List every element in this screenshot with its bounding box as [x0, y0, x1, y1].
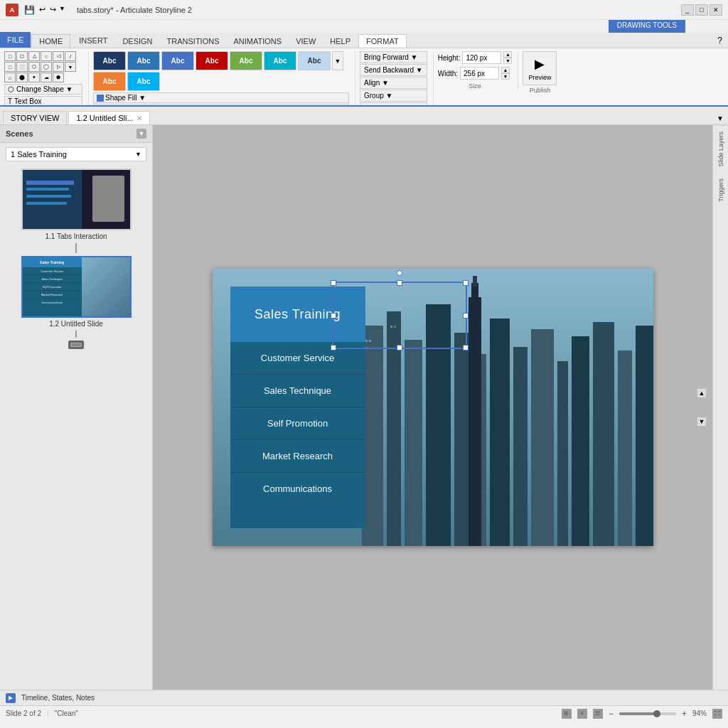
zoom-out-btn[interactable]: − — [609, 709, 614, 719]
svg-rect-20 — [365, 347, 368, 349]
triggers-tab[interactable]: Triggers — [716, 173, 726, 208]
slide-title: Sales Training — [255, 307, 341, 322]
send-backward-btn[interactable]: Send Backward ▼ — [360, 64, 427, 76]
height-spinner[interactable]: ▲ ▼ — [503, 51, 512, 64]
ss-btn-7[interactable]: Abc — [93, 72, 126, 91]
shape-scroll[interactable]: ▼ — [65, 62, 76, 72]
svg-rect-2 — [387, 311, 401, 546]
maximize-btn[interactable]: □ — [695, 4, 708, 16]
slide-item-2[interactable]: Sales Training Customer Service Sales Te… — [21, 256, 132, 328]
svg-rect-8 — [513, 347, 528, 546]
shape-icon-11[interactable]: ▷ — [53, 62, 64, 72]
slide-1-label: 1.1 Tabs Interaction — [45, 232, 107, 240]
svg-rect-14 — [636, 326, 653, 546]
ss-btn-2[interactable]: Abc — [161, 51, 194, 70]
shape-fill-btn[interactable]: Shape Fill ▼ — [93, 92, 349, 103]
shape-icon-13[interactable]: ⌂ — [4, 73, 16, 82]
ss-btn-1[interactable]: Abc — [127, 51, 160, 70]
text-box-btn[interactable]: TText Box — [4, 96, 82, 107]
tab-format[interactable]: FORMAT — [358, 34, 407, 48]
tab-help[interactable]: HELP — [323, 35, 358, 48]
menu-item-5[interactable]: Communications — [230, 473, 365, 505]
view-grid-icon[interactable]: ⊞ — [562, 709, 572, 719]
shape-icon-6[interactable]: / — [65, 51, 76, 61]
align-btn[interactable]: Align ▼ — [360, 77, 427, 89]
timeline-label[interactable]: Timeline, States, Notes — [21, 694, 95, 702]
canvas-scroll-up[interactable]: ▲ — [697, 388, 707, 398]
group-btn[interactable]: Group ▼ — [360, 90, 427, 102]
nav-panel: Sales Training Customer Service Sales Te… — [230, 287, 365, 528]
shape-icon-2[interactable]: ◻ — [16, 51, 28, 61]
tab-animations[interactable]: ANIMATIONS — [227, 35, 289, 48]
ss-btn-5[interactable]: Abc — [264, 51, 296, 70]
menu-item-4[interactable]: Market Research — [230, 440, 365, 473]
tab-close-icon[interactable]: ✕ — [136, 114, 142, 122]
scenes-collapse-btn[interactable]: ▼ — [136, 129, 146, 139]
shape-icon-16[interactable]: ☁ — [41, 73, 52, 82]
menu-item-1[interactable]: Customer Service — [230, 342, 365, 375]
fit-window-btn[interactable]: ⛶ — [712, 709, 722, 719]
svg-rect-17 — [473, 276, 477, 287]
ss-btn-0[interactable]: Abc — [93, 51, 126, 70]
redo-btn[interactable]: ↪ — [48, 5, 58, 15]
shape-icon-14[interactable]: ⬤ — [16, 73, 28, 82]
svg-rect-7 — [490, 318, 510, 546]
bring-forward-btn[interactable]: Bring Forward ▼ — [360, 51, 427, 63]
insert-shapes-group: □ ◻ △ ○ ◁ / □ ⬜ ⬡ ◯ ▷ ▼ ⌂ ⬤ ✦ ☁ ⬟ — [4, 51, 89, 107]
slide-layers-tab[interactable]: Slide Layers — [716, 125, 726, 173]
shape-icon-1[interactable]: □ — [4, 51, 16, 61]
scene-dropdown[interactable]: 1 Sales Training ▼ — [6, 147, 146, 161]
width-input[interactable] — [460, 67, 499, 80]
tab-view[interactable]: VIEW — [289, 35, 323, 48]
size-group: Height: ▲ ▼ Width: ▲ ▼ Size — [438, 51, 519, 90]
shape-icon-17[interactable]: ⬟ — [53, 73, 64, 82]
shape-icon-8[interactable]: ⬜ — [16, 62, 28, 72]
ss-btn-3[interactable]: Abc — [196, 51, 228, 70]
dropdown-arrow[interactable]: ▼ — [59, 5, 65, 15]
shape-icon-4[interactable]: ○ — [41, 51, 52, 61]
shape-icon-9[interactable]: ⬡ — [28, 62, 40, 72]
tab-transitions[interactable]: TRANSITIONS — [160, 35, 227, 48]
minimize-btn[interactable]: _ — [681, 4, 694, 16]
slide-item-1[interactable]: 1.1 Tabs Interaction — [21, 168, 132, 240]
view-list-icon[interactable]: ≡ — [577, 709, 587, 719]
view-details-icon[interactable]: ☰ — [593, 709, 603, 719]
shape-icon-3[interactable]: △ — [28, 51, 40, 61]
tab-slide[interactable]: 1.2 Untitled Sli... ✕ — [68, 111, 149, 124]
menu-item-2[interactable]: Sales Technique — [230, 375, 365, 407]
undo-btn[interactable]: ↩ — [38, 5, 47, 15]
shape-icon-5[interactable]: ◁ — [53, 51, 64, 61]
canvas-area: Sales Training Customer Service Sales Te… — [153, 125, 712, 690]
tab-home[interactable]: HOME — [31, 34, 70, 48]
tab-file[interactable]: FILE — [0, 32, 31, 48]
ss-btn-6[interactable]: Abc — [298, 51, 331, 70]
zoom-in-btn[interactable]: + — [682, 709, 687, 719]
shape-icon-7[interactable]: □ — [4, 62, 16, 72]
shape-icon-10[interactable]: ◯ — [41, 62, 52, 72]
timeline-bar: ▶ Timeline, States, Notes — [0, 690, 728, 705]
ss-btn-8[interactable]: Abc — [127, 72, 160, 91]
change-shape-btn[interactable]: ⬡Change Shape ▼ — [4, 84, 82, 95]
height-input[interactable] — [462, 51, 501, 64]
preview-btn[interactable]: ▶ Preview — [523, 51, 557, 85]
canvas-scroll-down[interactable]: ▼ — [697, 417, 707, 427]
slide-2-label: 1.2 Untitled Slide — [49, 320, 103, 328]
tab-design[interactable]: DESIGN — [115, 35, 159, 48]
slide-thumb-2[interactable]: Sales Training Customer Service Sales Te… — [21, 256, 132, 318]
ss-scroll[interactable]: ▼ — [332, 51, 343, 70]
slide-canvas: Sales Training Customer Service Sales Te… — [213, 269, 653, 546]
zoom-slider-track[interactable] — [619, 712, 676, 715]
slide-thumb-1[interactable] — [21, 168, 132, 230]
width-spinner[interactable]: ▲ ▼ — [501, 67, 510, 80]
menu-item-3[interactable]: Self Promotion — [230, 407, 365, 440]
zoom-thumb[interactable] — [653, 710, 660, 717]
tab-story-view[interactable]: STORY VIEW — [3, 111, 67, 124]
ss-btn-4[interactable]: Abc — [230, 51, 262, 70]
save-qat-btn[interactable]: 💾 — [23, 5, 36, 15]
tab-insert[interactable]: INSERT — [71, 33, 115, 48]
svg-rect-5 — [454, 333, 470, 546]
shape-icon-15[interactable]: ✦ — [28, 73, 40, 82]
svg-rect-18 — [365, 340, 368, 342]
size-label: Size — [438, 82, 513, 90]
close-btn[interactable]: ✕ — [710, 4, 722, 16]
